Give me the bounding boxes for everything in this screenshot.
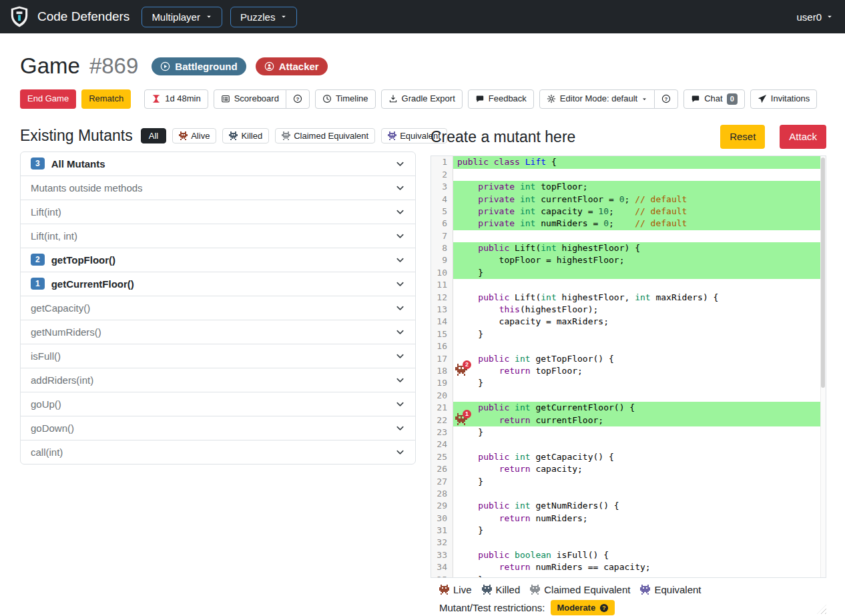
feedback-button[interactable]: Feedback <box>468 89 534 109</box>
multiplayer-menu-button[interactable]: Multiplayer <box>142 7 222 27</box>
restrictions-badge[interactable]: Moderate ? <box>551 600 615 615</box>
accordion-toggle-getcurrentfloor[interactable]: 1getCurrentFloor() <box>21 272 415 296</box>
code-line-text[interactable]: } <box>453 525 826 537</box>
line-number: 25 <box>431 451 453 463</box>
filter-killed-button[interactable]: Killed <box>222 128 269 143</box>
timer-button-label: 1d 48min <box>165 93 200 105</box>
code-line-text[interactable] <box>453 340 826 352</box>
code-line-text[interactable]: } <box>453 328 826 340</box>
toolbar-button-group: Chat0 <box>683 89 745 109</box>
code-line-text[interactable]: public int getNumRiders() { <box>453 500 826 512</box>
accordion-toggle-godown[interactable]: goDown() <box>21 416 415 440</box>
code-editor[interactable]: 1public class Lift {23 private int topFl… <box>431 156 826 578</box>
editor-mode-dropdown[interactable]: Editor Mode: default <box>539 89 655 109</box>
timer-button[interactable]: 1d 48min <box>144 89 208 109</box>
code-line-text[interactable] <box>453 488 826 500</box>
accordion-toggle-goup[interactable]: goUp() <box>21 392 415 416</box>
editor-scrollbar[interactable] <box>820 156 826 577</box>
code-line: 13 this(highestFloor); <box>431 304 826 316</box>
code-line-text[interactable]: public Lift(int highestFloor, int maxRid… <box>453 292 826 304</box>
accordion-toggle-mutants-outside-methods[interactable]: Mutants outside methods <box>21 176 415 200</box>
accordion-toggle-addriders-int[interactable]: addRiders(int) <box>21 368 415 392</box>
code-line-text[interactable] <box>453 279 826 291</box>
accordion-item-gettopfloor: 2getTopFloor() <box>20 248 416 272</box>
code-line: 8 public Lift(int highestFloor) { <box>431 242 826 254</box>
accordion-toggle-lift-int-int[interactable]: Lift(int, int) <box>21 224 415 248</box>
scrollbar-thumb[interactable] <box>821 158 825 388</box>
line-number: 19 <box>431 377 453 389</box>
code-line-text[interactable]: private int numRiders = 0; // default <box>453 218 826 230</box>
code-line-text[interactable]: return topFloor; <box>453 365 826 377</box>
code-line-text[interactable] <box>453 438 826 450</box>
code-line-text[interactable]: } <box>453 267 826 279</box>
create-mutant-title: Create a mutant here <box>431 128 575 146</box>
accordion-toggle-isfull[interactable]: isFull() <box>21 344 415 368</box>
filter-claimed-equivalent-button[interactable]: Claimed Equivalent <box>275 128 375 143</box>
accordion-toggle-getnumriders[interactable]: getNumRiders() <box>21 320 415 344</box>
code-line-text[interactable]: } <box>453 476 826 488</box>
accordion-item-godown: goDown() <box>20 416 416 440</box>
mutant-marker-icon[interactable]: 1 <box>455 413 467 425</box>
main-panels: Existing Mutants AllAliveKilledClaimed E… <box>0 109 845 616</box>
code-line-text[interactable]: return capacity; <box>453 463 826 475</box>
end-game-button[interactable]: End Game <box>20 89 76 109</box>
mutant-marker-icon[interactable]: 2 <box>455 364 467 376</box>
scoreboard-help-button[interactable]: ? <box>286 89 310 109</box>
accordion-toggle-all-mutants[interactable]: 3All Mutants <box>21 152 415 176</box>
line-number: 4 <box>431 194 453 206</box>
chat-button[interactable]: Chat0 <box>683 89 745 109</box>
chevron-down-icon <box>395 207 405 217</box>
mutant-count-badge: 1 <box>31 278 45 290</box>
code-line-text[interactable] <box>453 230 826 242</box>
code-line-text[interactable] <box>453 169 826 181</box>
code-line-text[interactable] <box>453 390 826 402</box>
accordion-toggle-lift-int[interactable]: Lift(int) <box>21 200 415 224</box>
puzzles-menu-button[interactable]: Puzzles <box>230 7 298 27</box>
question-circle-icon[interactable]: ? <box>599 603 609 613</box>
rematch-button[interactable]: Rematch <box>81 89 131 109</box>
code-line-text[interactable]: } <box>453 426 826 438</box>
code-line: 34 return numRiders == capacity; <box>431 561 826 573</box>
timeline-button[interactable]: Timeline <box>315 89 376 109</box>
code-line-text[interactable]: topFloor = highestFloor; <box>453 254 826 266</box>
accordion-toggle-call-int[interactable]: call(int) <box>21 440 415 464</box>
scoreboard-button[interactable]: Scoreboard <box>214 89 286 109</box>
line-number: 13 <box>431 304 453 316</box>
line-number: 35 <box>431 574 453 579</box>
code-line-text[interactable]: return currentFloor; <box>453 414 826 426</box>
code-line: 30 return numRiders; <box>431 513 826 525</box>
code-line-text[interactable]: public int getCapacity() { <box>453 451 826 463</box>
filter-all-button[interactable]: All <box>141 128 166 143</box>
reset-button[interactable]: Reset <box>720 125 765 149</box>
code-line-text[interactable]: private int topFloor; <box>453 181 826 193</box>
user-menu-button[interactable]: user0 <box>796 11 837 23</box>
code-line-text[interactable] <box>453 537 826 549</box>
filter-alive-button[interactable]: Alive <box>172 128 216 143</box>
accordion-label: Lift(int, int) <box>31 230 77 242</box>
code-line-text[interactable]: public int getTopFloor() { <box>453 353 826 365</box>
code-line-text[interactable]: } <box>453 377 826 389</box>
code-line-text[interactable]: return numRiders == capacity; <box>453 561 826 573</box>
code-line-text[interactable]: public class Lift { <box>453 156 826 168</box>
code-line-text[interactable]: public boolean isFull() { <box>453 549 826 561</box>
code-line-text[interactable]: private int capacity = 10; // default <box>453 206 826 218</box>
code-line: 9 topFloor = highestFloor; <box>431 254 826 266</box>
brand[interactable]: Code Defenders <box>8 5 129 28</box>
gradle-export-button[interactable]: Gradle Export <box>381 89 463 109</box>
code-line-text[interactable]: private int currentFloor = 0; // default <box>453 194 826 206</box>
code-line-text[interactable]: this(highestFloor); <box>453 304 826 316</box>
attack-button[interactable]: Attack <box>780 125 826 149</box>
hourglass-icon <box>152 94 161 103</box>
accordion-toggle-gettopfloor[interactable]: 2getTopFloor() <box>21 248 415 272</box>
line-number: 7 <box>431 230 453 242</box>
accordion-toggle-getcapacity[interactable]: getCapacity() <box>21 296 415 320</box>
editor-mode-help-button[interactable]: ? <box>654 89 678 109</box>
chevron-down-icon <box>395 423 405 433</box>
invitations-button[interactable]: Invitations <box>750 89 818 109</box>
code-line-text[interactable]: return numRiders; <box>453 513 826 525</box>
code-line-text[interactable]: capacity = maxRiders; <box>453 316 826 328</box>
code-line-text[interactable]: public int getCurrentFloor() { <box>453 402 826 414</box>
code-line-text[interactable]: } <box>453 574 826 579</box>
line-number: 31 <box>431 525 453 537</box>
code-line-text[interactable]: public Lift(int highestFloor) { <box>453 242 826 254</box>
